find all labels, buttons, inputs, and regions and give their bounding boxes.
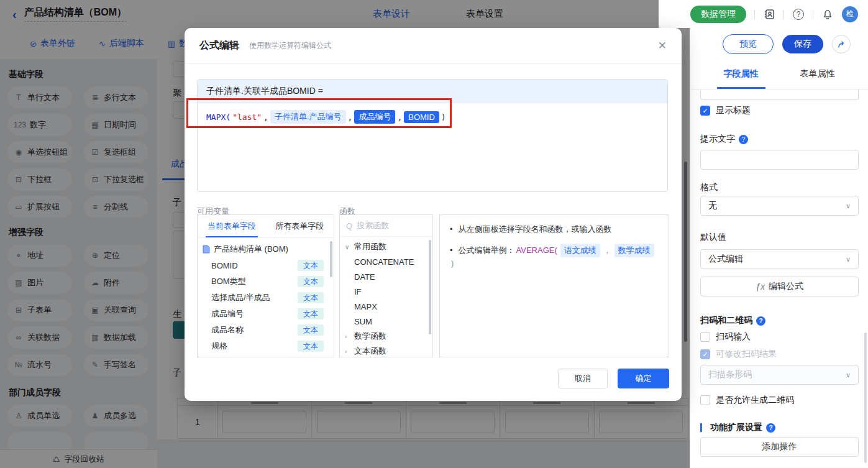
formula-punctuation: , bbox=[397, 112, 402, 122]
field-token-selected[interactable]: 成品编号 bbox=[354, 110, 395, 124]
contact-book-icon[interactable] bbox=[763, 8, 775, 21]
help-line: • 从左侧面板选择字段名和函数，或输入函数 bbox=[450, 223, 659, 236]
variable-name: 成品名称 bbox=[211, 324, 298, 336]
example-field-chip: 语文成绩 bbox=[560, 244, 600, 257]
edit-formula-button[interactable]: ƒx 编辑公式 bbox=[700, 277, 859, 296]
scan-input-checkbox[interactable]: 扫码输入 bbox=[700, 331, 859, 342]
variable-row-选择成品/半成品[interactable]: 选择成品/半成品文本 bbox=[203, 290, 329, 306]
allow-qr-checkbox[interactable]: 是否允许生成二维码 bbox=[700, 395, 859, 406]
variable-name: 选择成品/半成品 bbox=[211, 292, 298, 303]
formula-function: MAPX( bbox=[206, 112, 231, 122]
tab-all-form-fields[interactable]: 所有表单字段 bbox=[266, 215, 334, 237]
type-badge: 文本 bbox=[298, 324, 324, 336]
ext-help-icon[interactable]: ? bbox=[766, 423, 775, 433]
variable-row-BOM类型[interactable]: BOM类型文本 bbox=[203, 273, 329, 290]
function-group-common[interactable]: ∨常用函数 bbox=[345, 239, 427, 254]
type-badge: 文本 bbox=[298, 292, 324, 303]
panel-scrollbar[interactable] bbox=[864, 333, 867, 463]
show-title-checkbox[interactable]: ✓ 显示标题 bbox=[700, 105, 859, 116]
extension-settings-title: 功能扩展设置? bbox=[700, 422, 859, 433]
checkbox-checked-icon: ✓ bbox=[700, 106, 710, 116]
hint-help-icon[interactable]: ? bbox=[739, 135, 748, 144]
chevron-open-icon: ∨ bbox=[345, 244, 351, 250]
example-field-chip: 数学成绩 bbox=[614, 244, 654, 257]
qr-help-icon[interactable]: ? bbox=[756, 316, 765, 326]
function-item-MAPX[interactable]: MAPX bbox=[345, 299, 427, 314]
divider bbox=[783, 10, 784, 19]
functions-panel: Q 搜索函数 ∨常用函数CONCATENATEDATEIFMAPXSUM›数学函… bbox=[339, 214, 433, 357]
function-item-SUM[interactable]: SUM bbox=[345, 314, 427, 329]
close-icon[interactable]: ✕ bbox=[658, 39, 667, 52]
variable-row-成品名称[interactable]: 成品名称文本 bbox=[203, 322, 329, 338]
variables-tabs: 当前表单字段 所有表单字段 bbox=[198, 215, 334, 238]
section-accent-bar bbox=[700, 423, 702, 432]
function-group-文本函数[interactable]: ›文本函数 bbox=[345, 344, 427, 357]
hint-text-input[interactable] bbox=[700, 150, 859, 170]
form-node-row[interactable]: 产品结构清单 (BOM) bbox=[203, 241, 329, 257]
share-icon[interactable] bbox=[832, 35, 851, 53]
type-badge: 文本 bbox=[298, 308, 324, 319]
save-button[interactable]: 保存 bbox=[782, 35, 823, 53]
format-label: 格式 bbox=[700, 182, 859, 193]
variables-scrollbar[interactable] bbox=[330, 241, 332, 277]
function-item-DATE[interactable]: DATE bbox=[345, 269, 427, 284]
type-badge: 文本 bbox=[298, 260, 324, 271]
function-group-数学函数[interactable]: ›数学函数 bbox=[345, 329, 427, 344]
function-item-IF[interactable]: IF bbox=[345, 284, 427, 299]
scan-modifiable-checkbox[interactable]: ✓ 可修改扫码结果 bbox=[700, 349, 859, 360]
help-panel: • 从左侧面板选择字段名和函数，或输入函数 • 公式编辑举例： AVERAGE(… bbox=[439, 214, 669, 357]
formula-expression: MAPX("last", 子件清单.产品编号 , 成品编号 , BOMID ) bbox=[206, 110, 659, 124]
title-input-clipped[interactable] bbox=[700, 90, 859, 100]
form-node-label: 产品结构清单 (BOM) bbox=[214, 244, 288, 255]
variables-panel: 当前表单字段 所有表单字段 产品结构清单 (BOM)BOMID文本BOM类型文本… bbox=[197, 214, 334, 357]
type-badge: 文本 bbox=[298, 276, 324, 287]
formula-punctuation: , bbox=[263, 112, 268, 122]
format-select[interactable]: 无∨ bbox=[700, 196, 859, 216]
variable-row-规格[interactable]: 规格文本 bbox=[203, 338, 329, 354]
variable-name: BOMID bbox=[211, 261, 298, 270]
variable-row-BOMID[interactable]: BOMID文本 bbox=[203, 257, 329, 273]
chevron-right-icon: › bbox=[345, 348, 351, 355]
formula-string: "last" bbox=[232, 112, 262, 122]
preview-button[interactable]: 预览 bbox=[723, 34, 774, 54]
modal-subtitle: 使用数学运算符编辑公式 bbox=[249, 40, 331, 51]
functions-scrollbar[interactable] bbox=[429, 240, 431, 334]
search-placeholder: 搜索函数 bbox=[357, 220, 389, 231]
bell-icon[interactable] bbox=[821, 8, 834, 21]
data-manage-button[interactable]: 数据管理 bbox=[690, 6, 746, 23]
cancel-button[interactable]: 取消 bbox=[558, 369, 608, 388]
function-item-CONCATENATE[interactable]: CONCATENATE bbox=[345, 254, 427, 269]
field-token-selected[interactable]: BOMID bbox=[404, 111, 439, 123]
variable-name: 规格 bbox=[211, 341, 298, 352]
type-badge: 文本 bbox=[298, 341, 324, 352]
checkbox-checked-icon: ✓ bbox=[700, 349, 710, 359]
divider bbox=[813, 10, 813, 19]
help-icon[interactable]: ? bbox=[792, 8, 805, 21]
variable-row-成品编号[interactable]: 成品编号文本 bbox=[203, 306, 329, 322]
tab-form-properties[interactable]: 表单属性 bbox=[779, 59, 856, 89]
chevron-right-icon: › bbox=[345, 333, 351, 340]
avatar[interactable]: 检 bbox=[842, 6, 858, 22]
functions-list: ∨常用函数CONCATENATEDATEIFMAPXSUM›数学函数›文本函数 bbox=[340, 237, 432, 357]
hint-text-label: 提示文字? bbox=[700, 134, 859, 145]
default-value-select[interactable]: 公式编辑∨ bbox=[700, 249, 859, 269]
barcode-select[interactable]: 扫描条形码∨ bbox=[700, 365, 859, 385]
function-search-input[interactable]: Q 搜索函数 bbox=[340, 215, 432, 237]
field-token-light[interactable]: 子件清单.产品编号 bbox=[270, 110, 346, 124]
confirm-button[interactable]: 确定 bbox=[618, 369, 669, 388]
formula-editor[interactable]: 子件清单.关联半成品BOMID = MAPX("last", 子件清单.产品编号… bbox=[197, 79, 668, 192]
help-example-line: • 公式编辑举例： AVERAGE( 语文成绩 ， 数学成绩 ) bbox=[450, 244, 659, 270]
fx-icon: ƒx bbox=[756, 282, 765, 291]
default-value-label: 默认值 bbox=[700, 232, 859, 243]
tab-field-properties[interactable]: 字段属性 bbox=[703, 59, 779, 89]
add-action-button[interactable]: 添加操作 bbox=[700, 437, 859, 457]
modal-title: 公式编辑 bbox=[199, 39, 239, 52]
bullet: • bbox=[450, 244, 453, 257]
checkbox-icon bbox=[700, 395, 710, 405]
variables-list: 产品结构清单 (BOM)BOMID文本BOM类型文本选择成品/半成品文本成品编号… bbox=[198, 238, 334, 357]
formula-body[interactable]: MAPX("last", 子件清单.产品编号 , 成品编号 , BOMID ) bbox=[198, 103, 667, 131]
properties-panel: 字段属性 表单属性 ✓ 显示标题 提示文字? 格式 无∨ 默认值 公式编辑∨ ƒ… bbox=[690, 59, 868, 468]
function-group-label: 数学函数 bbox=[354, 331, 386, 342]
tab-current-form-fields[interactable]: 当前表单字段 bbox=[198, 215, 266, 237]
formula-punctuation: ) bbox=[441, 112, 446, 122]
